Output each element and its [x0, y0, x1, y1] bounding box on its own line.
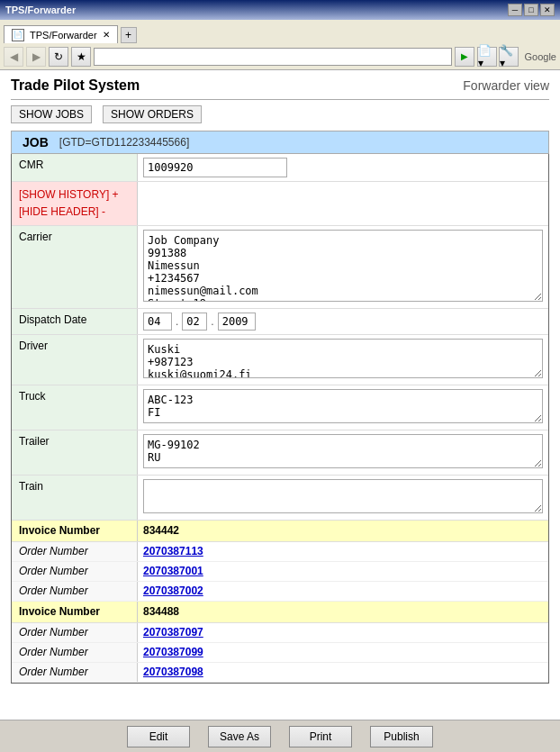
order-label-2-2: Order Number	[12, 643, 138, 662]
tab-bar: 📄 TPS/Forwarder ✕ +	[0, 20, 560, 43]
order-row-1-2: Order Number 2070387001	[12, 562, 548, 582]
order-link-1-2[interactable]: 2070387001	[143, 565, 203, 577]
new-tab-button[interactable]: +	[121, 27, 137, 43]
train-label: Train	[12, 476, 138, 520]
save-as-button[interactable]: Save As	[208, 726, 271, 747]
active-tab[interactable]: 📄 TPS/Forwarder ✕	[4, 25, 118, 43]
order-link-2-3[interactable]: 2070387098	[143, 666, 203, 678]
page-header: Trade Pilot System Forwarder view	[11, 77, 549, 100]
invoice-value-2: 834488	[138, 602, 548, 622]
page-button[interactable]: 📄▾	[477, 47, 497, 67]
order-row-1-1: Order Number 2070387113	[12, 542, 548, 562]
minimize-button[interactable]: ─	[508, 4, 522, 16]
truck-row: Truck ABC-123 FI	[12, 385, 548, 430]
driver-label: Driver	[12, 335, 138, 385]
tab-icon: 📄	[12, 29, 24, 41]
forward-button[interactable]: ▶	[26, 47, 46, 67]
go-button[interactable]: ▶	[455, 47, 474, 67]
order-label-1-1: Order Number	[12, 542, 138, 561]
toolbar: Edit Save As Print Publish	[0, 720, 560, 752]
date-month-input[interactable]	[182, 313, 207, 331]
invoice-label-2: Invoice Number	[12, 602, 138, 622]
history-row: [SHOW HISTORY] + [HIDE HEADER] -	[12, 182, 548, 226]
maximize-button[interactable]: □	[524, 4, 538, 16]
driver-row: Driver Kuski +987123 kuski@suomi24.fi	[12, 335, 548, 385]
nav-bar: ◀ ▶ ↻ ★ ▶ 📄▾ 🔧▾ Google	[0, 43, 560, 70]
dispatch-date-label: Dispatch Date	[12, 309, 138, 334]
order-link-1-1[interactable]: 2070387113	[143, 545, 203, 557]
order-row-2-2: Order Number 2070387099	[12, 643, 548, 663]
trailer-textarea[interactable]: MG-99102 RU	[143, 434, 543, 468]
date-sep-2: .	[211, 315, 213, 328]
form-container: CMR [SHOW HISTORY] + [HIDE HEADER] - Car…	[11, 154, 549, 684]
invoice-value-1: 834442	[138, 521, 548, 541]
edit-button[interactable]: Edit	[127, 726, 190, 747]
order-value-2-2: 2070387099	[138, 643, 548, 662]
cmr-input[interactable]	[143, 158, 287, 177]
order-value-2-3: 2070387098	[138, 663, 548, 682]
order-value-1-3: 2070387002	[138, 582, 548, 601]
tools-button[interactable]: 🔧▾	[499, 47, 519, 67]
show-orders-link[interactable]: SHOW ORDERS	[103, 105, 202, 123]
tab-close-button[interactable]: ✕	[103, 30, 110, 40]
publish-button[interactable]: Publish	[370, 726, 433, 747]
invoice-label-1: Invoice Number	[12, 521, 138, 541]
nav-right-buttons: 📄▾ 🔧▾	[477, 47, 519, 67]
date-sep-1: .	[176, 315, 178, 328]
carrier-label: Carrier	[12, 226, 138, 308]
show-jobs-link[interactable]: SHOW JOBS	[11, 105, 92, 123]
driver-textarea[interactable]: Kuski +987123 kuski@suomi24.fi	[143, 339, 543, 378]
carrier-row: Carrier Job Company 991388 Nimessun +123…	[12, 226, 548, 309]
address-bar[interactable]	[94, 48, 452, 66]
invoice-row-1: Invoice Number 834442	[12, 521, 548, 542]
order-link-2-1[interactable]: 2070387097	[143, 626, 203, 639]
page-content: Trade Pilot System Forwarder view SHOW J…	[0, 70, 560, 750]
date-day-input[interactable]	[143, 313, 172, 331]
home-button[interactable]: ★	[71, 47, 91, 67]
trailer-row: Trailer MG-99102 RU	[12, 430, 548, 476]
dispatch-date-value: . .	[138, 309, 548, 334]
truck-value: ABC-123 FI	[138, 385, 548, 430]
dispatch-date-row: Dispatch Date . .	[12, 309, 548, 335]
order-value-2-1: 2070387097	[138, 623, 548, 642]
carrier-textarea[interactable]: Job Company 991388 Nimessun +1234567 nim…	[143, 230, 543, 302]
cmr-row: CMR	[12, 154, 548, 182]
hide-header-link[interactable]: [HIDE HEADER] -	[19, 204, 119, 221]
train-row: Train	[12, 476, 548, 521]
carrier-value: Job Company 991388 Nimessun +1234567 nim…	[138, 226, 548, 308]
refresh-button[interactable]: ↻	[49, 47, 68, 67]
order-value-1-1: 2070387113	[138, 542, 548, 561]
order-label-1-3: Order Number	[12, 582, 138, 601]
date-year-input[interactable]	[218, 313, 256, 331]
date-inputs: . .	[143, 313, 543, 331]
trailer-label: Trailer	[12, 430, 138, 475]
cmr-label: CMR	[12, 154, 138, 181]
order-link-1-3[interactable]: 2070387002	[143, 584, 203, 597]
cmr-value	[138, 154, 548, 181]
trailer-value: MG-99102 RU	[138, 430, 548, 475]
order-label-1-2: Order Number	[12, 562, 138, 581]
order-link-2-2[interactable]: 2070387099	[143, 646, 203, 658]
nav-links: SHOW JOBS SHOW ORDERS	[11, 105, 549, 123]
train-value	[138, 476, 548, 520]
app-title: Trade Pilot System	[11, 77, 140, 94]
title-bar: TPS/Forwarder ─ □ ✕	[0, 0, 560, 20]
history-value	[138, 182, 548, 225]
invoice-row-2: Invoice Number 834488	[12, 602, 548, 623]
order-label-2-3: Order Number	[12, 663, 138, 682]
train-textarea[interactable]	[143, 479, 543, 513]
history-label: [SHOW HISTORY] + [HIDE HEADER] -	[12, 182, 138, 225]
order-label-2-1: Order Number	[12, 623, 138, 642]
print-button[interactable]: Print	[289, 726, 352, 747]
truck-textarea[interactable]: ABC-123 FI	[143, 389, 543, 423]
back-button[interactable]: ◀	[4, 47, 23, 67]
order-row-1-3: Order Number 2070387002	[12, 582, 548, 602]
order-row-2-3: Order Number 2070387098	[12, 663, 548, 683]
truck-label: Truck	[12, 385, 138, 430]
order-value-1-2: 2070387001	[138, 562, 548, 581]
show-history-link[interactable]: [SHOW HISTORY] +	[19, 186, 119, 204]
google-label: Google	[525, 51, 556, 62]
close-button[interactable]: ✕	[540, 4, 555, 16]
driver-value: Kuski +987123 kuski@suomi24.fi	[138, 335, 548, 385]
job-id: [GTD=GTD112233445566]	[59, 136, 189, 149]
